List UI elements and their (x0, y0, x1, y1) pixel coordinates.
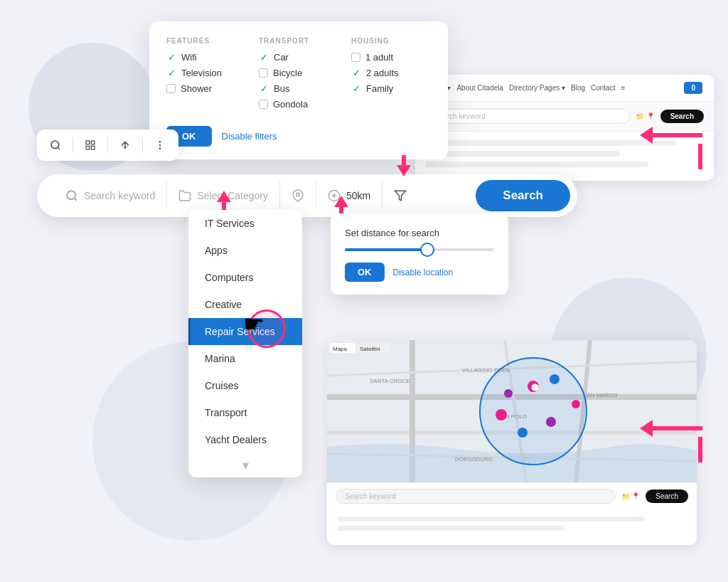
category-dropdown: IT Services Apps Computers Creative Repa… (188, 210, 302, 477)
scene: Home ▾ About Citadela Directory Pages ▾ … (0, 0, 728, 582)
mockup-bottom-btn[interactable]: Search (646, 490, 688, 503)
mockup-bottom-lines (327, 509, 697, 545)
check-icon: ✓ (259, 83, 269, 94)
check-icon: ✓ (259, 52, 269, 63)
category-item-transport[interactable]: Transport (188, 399, 302, 426)
category-item-marina[interactable]: Marina (188, 345, 302, 372)
mockup-nav-links: Home ▾ About Citadela Directory Pages ▾ … (427, 84, 625, 92)
scroll-indicator: ▾ (188, 453, 302, 477)
filter-icon (394, 189, 407, 202)
filter-disable-button[interactable]: Disable filters (222, 131, 277, 142)
search-category-text: Select Category (197, 190, 268, 201)
svg-point-29 (480, 358, 587, 465)
mockup-bottom-search: Search keyword 📁 📍 Search (327, 482, 697, 509)
transport-header: TRANSPORT (259, 37, 338, 45)
search-distance-section[interactable]: 50km (316, 181, 382, 210)
search-location-section (280, 181, 316, 210)
filter-family-label: Family (366, 83, 393, 94)
distance-ok-button[interactable]: OK (345, 263, 385, 282)
filter-car: ✓ Car (259, 52, 338, 63)
svg-point-6 (159, 141, 161, 143)
chevron-down-icon: ▾ (242, 457, 249, 473)
distance-slider-thumb[interactable] (420, 243, 434, 257)
filter-1adult: 1 adult (351, 52, 431, 63)
check-icon: ✓ (351, 68, 361, 78)
search-filter-section[interactable] (382, 181, 418, 210)
search-keyword-icon (65, 189, 78, 202)
arrow-down-shape (397, 155, 411, 176)
distance-disable-button[interactable]: Disable location (393, 268, 454, 277)
svg-point-33 (496, 409, 507, 420)
mockup-search-btn[interactable]: Search (660, 110, 704, 123)
nav-btn[interactable]: 0 (684, 82, 702, 94)
category-item-yachtdealers[interactable]: Yacht Dealers (188, 426, 302, 453)
filter-shower: Shower (166, 83, 246, 94)
arrow-head-bottom-icon (640, 420, 653, 437)
filter-2adults: ✓ 2 adults (351, 68, 431, 78)
search-keyword-section: Search keyword (54, 181, 167, 210)
svg-text:Mapa: Mapa (333, 346, 348, 352)
svg-point-9 (67, 191, 75, 199)
nav-menu[interactable]: ≡ (621, 84, 625, 92)
nav-about[interactable]: About Citadela (456, 84, 503, 92)
filter-television: ✓ Television (166, 68, 246, 78)
nav-contact[interactable]: Contact (591, 84, 615, 92)
svg-rect-2 (86, 141, 90, 144)
category-item-apps[interactable]: Apps (188, 237, 302, 264)
housing-header: HOUSING (351, 37, 431, 45)
svg-text:DORSODURO: DORSODURO (455, 456, 493, 462)
mockup-search-input[interactable]: Search keyword (425, 109, 630, 124)
check-box-icon[interactable] (351, 53, 360, 62)
filter-2adults-label: 2 adults (366, 68, 399, 78)
arrow-up-head-search (334, 196, 348, 207)
svg-rect-4 (86, 146, 90, 149)
search-keyword-text[interactable]: Search keyword (84, 190, 155, 201)
svg-line-10 (74, 198, 76, 200)
arrow-down-line (402, 155, 406, 165)
filter-family: ✓ Family (351, 83, 431, 94)
small-toolbar (37, 129, 178, 161)
folder-icon (178, 189, 191, 202)
nav-blog[interactable]: Blog (571, 84, 585, 92)
housing-column: HOUSING 1 adult ✓ 2 adults ✓ Family (351, 37, 431, 115)
arrow-vertical (698, 144, 702, 169)
svg-point-8 (159, 147, 161, 149)
mockup-line (425, 162, 648, 167)
grid-icon[interactable] (80, 135, 100, 155)
toolbar-separator (107, 137, 108, 153)
pink-arrow-category (217, 191, 231, 212)
distance-slider-track (345, 248, 494, 251)
main-search-bar: Search keyword Select Category 50km Sear… (37, 174, 577, 217)
category-item-itservices[interactable]: IT Services (188, 210, 302, 237)
category-item-cruises[interactable]: Cruises (188, 372, 302, 399)
features-column: FEATURES ✓ Wifi ✓ Television Shower (166, 37, 246, 115)
more-icon[interactable] (150, 135, 170, 155)
pink-arrow-distance (397, 155, 411, 176)
filter-gondola-label: Gondola (273, 99, 308, 110)
mockup-line (425, 151, 620, 157)
features-header: FEATURES (166, 37, 246, 45)
search-button[interactable]: Search (476, 180, 570, 211)
distance-actions: OK Disable location (345, 263, 494, 282)
search-icon[interactable] (46, 135, 65, 155)
check-box-icon[interactable] (259, 68, 268, 78)
filter-gondola: Gondola (259, 99, 338, 110)
mockup-nav: Home ▾ About Citadela Directory Pages ▾ … (415, 75, 714, 102)
content-line (337, 526, 564, 531)
check-box-icon[interactable] (166, 84, 176, 93)
filter-wifi-label: Wifi (181, 52, 197, 63)
arrow-up-shape (217, 191, 231, 212)
mockup-bottom-input[interactable]: Search keyword (336, 489, 616, 504)
distance-popup: Set distance for search OK Disable locat… (331, 213, 508, 295)
check-box-icon[interactable] (259, 100, 268, 109)
sort-icon[interactable] (115, 135, 135, 155)
filter-bus-label: Bus (274, 83, 289, 94)
svg-point-0 (51, 141, 59, 149)
svg-rect-3 (91, 141, 95, 144)
cursor-hand: ☛ (243, 312, 264, 336)
category-item-computers[interactable]: Computers (188, 264, 302, 291)
nav-directory[interactable]: Directory Pages ▾ (509, 84, 565, 92)
filter-bicycle-label: Bicycle (273, 68, 302, 78)
mockup-nav-right: 0 (684, 82, 702, 94)
filter-bus: ✓ Bus (259, 83, 338, 94)
